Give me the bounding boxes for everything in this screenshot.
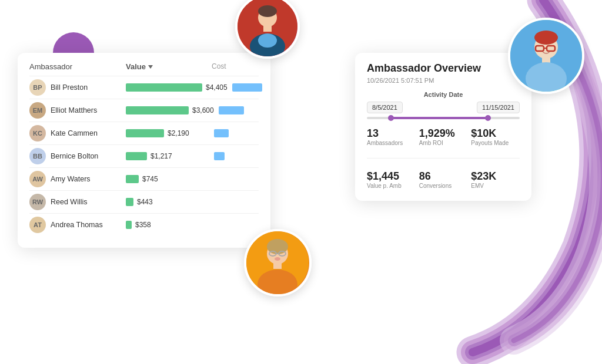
value-amount: $358 (135, 221, 151, 229)
ambassador-cell: AW Amy Waters (29, 171, 123, 187)
cost-cell (212, 129, 259, 137)
table-row: RW Reed Willis $443 (29, 190, 259, 213)
avatar: RW (29, 194, 46, 210)
stat-value: $23K (471, 170, 496, 183)
value-amount: $2,190 (168, 129, 189, 137)
stat-value: 1,929% (419, 127, 455, 140)
green-bar (126, 175, 139, 183)
blue-bar (214, 152, 225, 160)
stat-item: $23K EMV (471, 170, 520, 189)
ambassador-cell: RW Reed Willis (29, 194, 123, 210)
date-start[interactable]: 8/5/2021 (367, 102, 403, 113)
value-bar-cell: $358 (126, 221, 209, 229)
green-bar (126, 106, 189, 114)
ambassador-name: Bill Preston (51, 83, 88, 92)
ambassador-table-card: Ambassador Value Cost BP Bill Preston $4… (18, 53, 270, 248)
cost-cell (212, 152, 259, 160)
avatar: AW (29, 171, 46, 187)
svg-point-5 (258, 33, 277, 48)
green-bar (126, 198, 133, 206)
photo-man-denim (235, 0, 300, 59)
ambassador-cell: BB Bernice Bolton (29, 148, 123, 164)
stat-label: Amb ROI (419, 140, 443, 146)
svg-point-20 (275, 257, 280, 261)
ambassador-name: Bernice Bolton (51, 152, 98, 160)
stat-item: 1,929% Amb ROI (419, 127, 468, 146)
date-range-row: 8/5/2021 11/15/2021 (367, 102, 520, 113)
stat-label: Conversions (419, 183, 452, 189)
stat-value: 13 (367, 127, 379, 140)
cost-cell (230, 83, 277, 92)
avatar: AT (29, 217, 46, 233)
stat-item: $1,445 Value p. Amb (367, 170, 416, 189)
stat-label: EMV (471, 183, 484, 189)
range-thumb-left[interactable] (388, 115, 394, 121)
ambassador-name: Andrea Thomas (51, 221, 103, 229)
value-bar-cell: $3,600 (126, 106, 214, 114)
value-amount: $443 (137, 198, 153, 206)
blue-bar (232, 83, 262, 92)
value-amount: $4,405 (206, 83, 228, 92)
ambassador-name: Reed Willis (51, 198, 88, 206)
table-row: BB Bernice Bolton $1,217 (29, 144, 259, 167)
table-row: AT Andrea Thomas $358 (29, 213, 259, 236)
ambassador-name: Amy Waters (51, 175, 91, 183)
stat-label: Ambassadors (367, 140, 403, 146)
svg-point-8 (534, 31, 558, 45)
col-ambassador-header: Ambassador (29, 62, 123, 71)
activity-date-label: Activity Date (367, 91, 520, 98)
table-header: Ambassador Value Cost (29, 62, 259, 76)
avatar: BB (29, 148, 46, 164)
col-value-header: Value (126, 62, 209, 71)
stat-item: $10K Payouts Made (471, 127, 520, 146)
table-row: EM Elliot Matthers $3,600 (29, 99, 259, 122)
avatar: KC (29, 125, 46, 141)
value-amount: $745 (142, 175, 158, 183)
stat-label: Payouts Made (471, 140, 509, 146)
value-bar-cell: $745 (126, 175, 209, 183)
date-end[interactable]: 11/15/2021 (477, 102, 520, 113)
value-bar-cell: $2,190 (126, 129, 209, 137)
green-bar (126, 83, 202, 92)
blue-bar (214, 129, 229, 137)
table-row: AW Amy Waters $745 (29, 167, 259, 190)
stats-divider (367, 158, 520, 159)
value-bar-cell: $4,405 (126, 83, 228, 92)
ambassador-overview-card: Ambassador Overview 10/26/2021 5:07:51 P… (355, 53, 531, 201)
value-bar-cell: $1,217 (126, 152, 209, 160)
stat-label: Value p. Amb (367, 183, 402, 189)
ambassador-name: Elliot Matthers (51, 106, 97, 114)
value-amount: $3,600 (192, 106, 214, 114)
avatar: EM (29, 102, 46, 119)
stats-grid: 13 Ambassadors 1,929% Amb ROI $10K Payou… (367, 127, 520, 189)
table-rows-container: BP Bill Preston $4,405 EM Elliot Matther… (29, 76, 259, 236)
ambassador-name: Kate Cammen (51, 129, 98, 137)
svg-rect-3 (263, 26, 272, 32)
range-track (390, 117, 489, 119)
cost-cell (216, 106, 263, 114)
stat-item: 86 Conversions (419, 170, 468, 189)
table-row: KC Kate Cammen $2,190 (29, 122, 259, 144)
photo-woman-orange (244, 229, 312, 296)
avatar: BP (29, 79, 46, 96)
photo-man-glasses (508, 18, 584, 94)
stat-value: $1,445 (367, 170, 399, 183)
purple-half-decoration (53, 32, 94, 56)
green-bar (126, 221, 132, 229)
ambassador-cell: EM Elliot Matthers (29, 102, 123, 119)
range-thumb-right[interactable] (485, 115, 491, 121)
value-bar-cell: $443 (126, 198, 209, 206)
stat-value: $10K (471, 127, 496, 140)
green-bar (126, 152, 147, 160)
table-row: BP Bill Preston $4,405 (29, 76, 259, 99)
sort-arrow-icon (148, 65, 153, 69)
blue-bar (219, 106, 244, 114)
overview-date: 10/26/2021 5:07:51 PM (367, 77, 520, 84)
stat-value: 86 (419, 170, 431, 183)
green-bar (126, 129, 164, 137)
date-range-slider[interactable] (367, 117, 520, 119)
ambassador-cell: BP Bill Preston (29, 79, 123, 96)
col-cost-header: Cost (212, 62, 259, 71)
value-amount: $1,217 (150, 152, 172, 160)
stat-item: 13 Ambassadors (367, 127, 416, 146)
